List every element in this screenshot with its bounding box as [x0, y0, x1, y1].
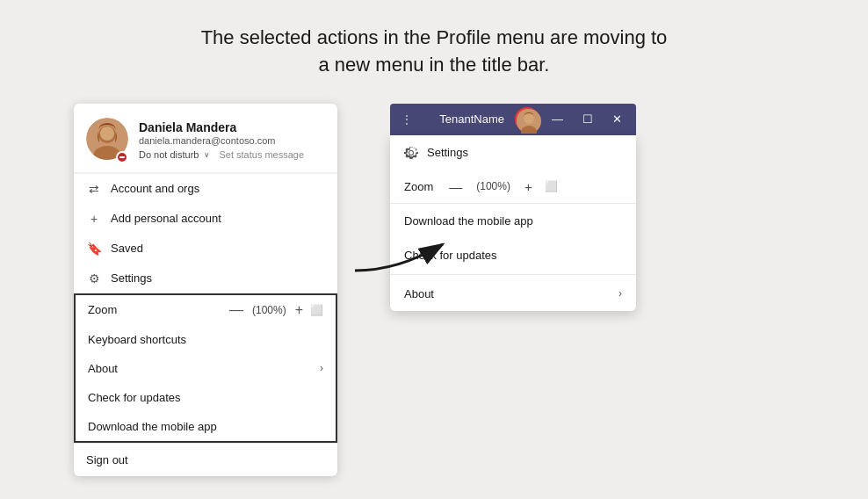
- zoom-row: Zoom — (100%) + ⬜: [76, 295, 336, 325]
- menu-item-keyboard-shortcuts[interactable]: Keyboard shortcuts: [76, 325, 336, 354]
- arrow-icon: [346, 227, 460, 279]
- new-about-chevron-icon: ›: [618, 287, 622, 300]
- menu-item-download-mobile[interactable]: Download the mobile app: [76, 412, 336, 441]
- add-personal-label: Add personal account: [111, 212, 221, 225]
- new-zoom-percent: (100%): [476, 180, 510, 192]
- profile-status[interactable]: Do not disturb ∨ Set status message: [139, 149, 325, 160]
- new-download-mobile-label: Download the mobile app: [404, 214, 533, 228]
- headline: The selected actions in the Profile menu…: [201, 25, 668, 79]
- menu-item-add-personal[interactable]: + Add personal account: [74, 204, 337, 234]
- restore-button[interactable]: ☐: [575, 104, 600, 135]
- zoom-label: Zoom: [88, 303, 224, 316]
- minimize-button[interactable]: —: [545, 104, 570, 135]
- arrow-container: [346, 227, 460, 279]
- zoom-percent: (100%): [252, 304, 286, 316]
- new-zoom-label: Zoom: [404, 180, 433, 193]
- add-personal-icon: +: [86, 212, 102, 226]
- dnd-badge: [116, 151, 128, 163]
- new-menu-item-about[interactable]: About ›: [390, 277, 636, 311]
- tenant-name: TenantName: [439, 112, 504, 126]
- profile-header: Daniela Mandera daniela.mandera@contoso.…: [74, 104, 337, 173]
- zoom-expand-button[interactable]: ⬜: [310, 304, 323, 316]
- menu-item-saved[interactable]: 🔖 Saved: [74, 234, 337, 264]
- title-bar-dots-icon[interactable]: ⋮: [397, 112, 416, 127]
- new-zoom-expand-button[interactable]: ⬜: [545, 180, 558, 192]
- set-status-label[interactable]: Set status message: [219, 149, 304, 160]
- page-container: The selected actions in the Profile menu…: [0, 0, 868, 499]
- account-orgs-label: Account and orgs: [111, 182, 199, 195]
- saved-icon: 🔖: [86, 242, 102, 256]
- settings-gear-icon: [404, 146, 418, 160]
- menu-item-settings[interactable]: ⚙ Settings: [74, 264, 337, 293]
- zoom-plus-button[interactable]: +: [295, 302, 303, 318]
- profile-email: daniela.mandera@contoso.com: [139, 135, 325, 146]
- saved-label: Saved: [111, 242, 143, 255]
- download-mobile-label: Download the mobile app: [88, 420, 217, 433]
- menu-item-check-updates[interactable]: Check for updates: [76, 383, 336, 412]
- menu-item-account-orgs[interactable]: ⇄ Account and orgs: [74, 174, 337, 204]
- title-bar: ⋮ TenantName — ☐ ✕: [390, 104, 636, 135]
- new-menu: Settings Zoom — (100%) + ⬜ Download the …: [390, 135, 636, 311]
- close-button[interactable]: ✕: [605, 104, 629, 135]
- new-about-label: About: [404, 287, 434, 300]
- new-zoom-row: Zoom — (100%) + ⬜: [390, 170, 636, 204]
- settings-label: Settings: [111, 271, 152, 285]
- profile-name: Daniela Mandera: [139, 120, 325, 134]
- sign-out-item[interactable]: Sign out: [74, 443, 337, 476]
- account-orgs-icon: ⇄: [86, 182, 102, 196]
- new-zoom-plus-button[interactable]: +: [524, 179, 532, 194]
- panels-row: Daniela Mandera daniela.mandera@contoso.…: [74, 104, 794, 476]
- status-chevron-icon: ∨: [204, 150, 210, 159]
- bordered-section: Zoom — (100%) + ⬜ Keyboard shortcuts Abo…: [74, 293, 337, 443]
- svg-point-3: [100, 127, 114, 141]
- profile-menu: Daniela Mandera daniela.mandera@contoso.…: [74, 104, 337, 476]
- right-panel: ⋮ TenantName — ☐ ✕: [390, 104, 636, 311]
- tenant-avatar[interactable]: [515, 107, 539, 132]
- about-label: About: [88, 362, 118, 375]
- keyboard-shortcuts-label: Keyboard shortcuts: [88, 333, 186, 346]
- new-menu-item-settings[interactable]: Settings: [390, 135, 636, 170]
- sign-out-label: Sign out: [86, 453, 128, 466]
- settings-icon: ⚙: [86, 271, 102, 286]
- menu-item-about[interactable]: About ›: [76, 354, 336, 383]
- about-chevron-icon: ›: [320, 362, 323, 374]
- tenant-avatar-img: [517, 109, 541, 134]
- check-updates-label: Check for updates: [88, 391, 181, 404]
- profile-info: Daniela Mandera daniela.mandera@contoso.…: [139, 120, 325, 160]
- svg-point-6: [524, 113, 534, 124]
- avatar-container: [86, 118, 128, 163]
- new-zoom-minus-button[interactable]: —: [449, 179, 462, 194]
- status-label: Do not disturb: [139, 149, 199, 160]
- zoom-minus-button[interactable]: —: [229, 302, 243, 318]
- new-menu-settings-label: Settings: [427, 146, 468, 159]
